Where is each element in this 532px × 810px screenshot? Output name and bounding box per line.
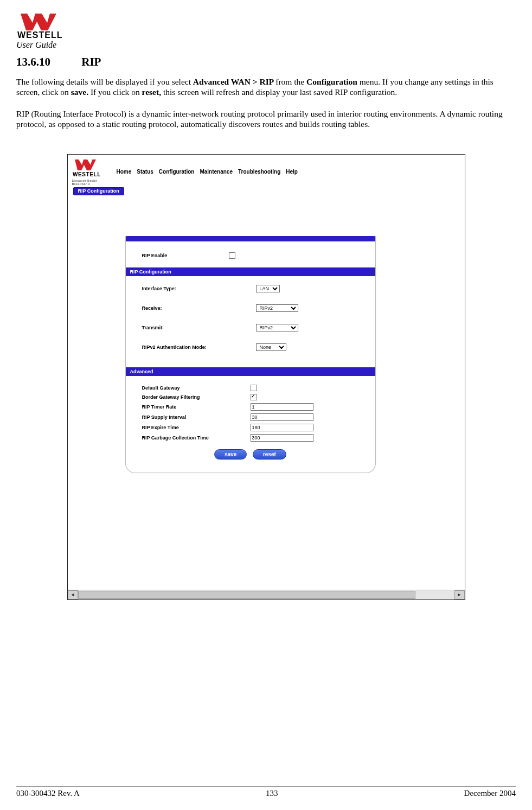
label-supply-interval: RIP Supply Interval — [142, 414, 251, 420]
advanced-header: Advanced — [126, 367, 375, 376]
section-number: 13.6.10 — [16, 55, 79, 69]
rip-enable-label: RIP Enable — [142, 253, 229, 258]
section-title-text: RIP — [81, 55, 101, 68]
footer-left: 030-300432 Rev. A — [16, 789, 80, 798]
label-border-gateway: Border Gateway Filtering — [142, 394, 251, 400]
row-default-gateway: Default Gateway — [142, 385, 359, 391]
rip-enable-row: RIP Enable — [142, 252, 359, 259]
paragraph-2: RIP (Routing Interface Protocol) is a dy… — [16, 109, 516, 130]
page-logo: WESTELL — [16, 12, 516, 39]
p1-t1: The following details will be displayed … — [16, 77, 193, 86]
p1-b2: Configuration — [306, 77, 360, 86]
label-garbage-time: RIP Garbage Collection Time — [142, 435, 251, 441]
row-supply-interval: RIP Supply Interval — [142, 413, 359, 421]
menu-home[interactable]: Home — [117, 169, 132, 175]
select-auth-mode[interactable]: None — [256, 343, 286, 351]
label-timer-rate: RIP Timer Rate — [142, 404, 251, 410]
menu-troubleshooting[interactable]: Troubleshooting — [238, 169, 280, 175]
footer-page-number: 133 — [266, 789, 278, 798]
main-menu: Home Status Configuration Maintenance Tr… — [117, 169, 298, 175]
scroll-thumb[interactable] — [78, 591, 415, 599]
app-logo: WESTELL Discover Better Broadband — [72, 158, 110, 186]
label-default-gateway: Default Gateway — [142, 385, 251, 391]
app-tagline: Discover Better Broadband — [72, 179, 110, 186]
menu-configuration[interactable]: Configuration — [159, 169, 195, 175]
checkbox-default-gateway[interactable] — [251, 385, 257, 391]
row-garbage-time: RIP Garbage Collection Time — [142, 434, 359, 442]
input-garbage-time[interactable] — [251, 434, 313, 442]
embedded-screenshot: WESTELL Discover Better Broadband Home S… — [67, 154, 465, 600]
checkbox-border-gateway[interactable] — [251, 394, 257, 400]
p1-b1: Advanced WAN > RIP — [193, 77, 275, 86]
input-supply-interval[interactable] — [251, 413, 313, 421]
panel-topbar — [126, 236, 375, 241]
row-interface-type: Interface Type: LAN — [142, 285, 359, 292]
svg-text:WESTELL: WESTELL — [73, 171, 101, 177]
subtab-row: RIP Configuration — [68, 185, 465, 195]
row-timer-rate: RIP Timer Rate — [142, 403, 359, 411]
save-button[interactable]: save — [214, 449, 247, 460]
select-transmit[interactable]: RIPv2 — [256, 324, 298, 331]
subtab-rip-configuration[interactable]: RIP Configuration — [73, 187, 124, 195]
rip-config-header: RIP Configuration — [126, 267, 375, 276]
scroll-left-icon[interactable]: ◄ — [68, 590, 78, 599]
row-receive: Receive: RIPv2 — [142, 304, 359, 312]
p1-t5: this screen will refresh and display you… — [161, 87, 397, 97]
p1-t2: from the — [275, 77, 306, 86]
p1-b4: reset, — [142, 87, 161, 97]
horizontal-scrollbar[interactable]: ◄ ► — [68, 590, 465, 599]
row-border-gateway: Border Gateway Filtering — [142, 394, 359, 400]
svg-text:WESTELL: WESTELL — [17, 30, 62, 39]
menu-status[interactable]: Status — [137, 169, 153, 175]
footer-right: December 2004 — [464, 789, 516, 798]
menu-help[interactable]: Help — [286, 169, 298, 175]
page-footer: 030-300432 Rev. A 133 December 2004 — [16, 786, 516, 798]
label-transmit: Transmit: — [142, 325, 256, 330]
scroll-track[interactable] — [78, 590, 454, 599]
select-receive[interactable]: RIPv2 — [256, 304, 298, 312]
scroll-right-icon[interactable]: ► — [454, 590, 465, 599]
reset-button[interactable]: reset — [253, 449, 286, 460]
row-auth-mode: RIPv2 Authentication Mode: None — [142, 343, 359, 351]
rip-enable-checkbox[interactable] — [229, 252, 235, 259]
p1-t4: If you click on — [88, 87, 142, 97]
p1-b3: save. — [71, 87, 88, 97]
label-auth-mode: RIPv2 Authentication Mode: — [142, 345, 256, 350]
user-guide-label: User Guide — [16, 40, 516, 50]
row-transmit: Transmit: RIPv2 — [142, 324, 359, 331]
config-panel: RIP Enable RIP Configuration Interface T… — [125, 236, 376, 473]
input-expire-time[interactable] — [251, 424, 313, 431]
button-row: save reset — [142, 449, 359, 460]
menu-maintenance[interactable]: Maintenance — [200, 169, 233, 175]
select-interface-type[interactable]: LAN — [256, 285, 280, 292]
label-receive: Receive: — [142, 305, 256, 311]
section-heading: 13.6.10 RIP — [16, 55, 516, 69]
row-expire-time: RIP Expire Time — [142, 424, 359, 431]
app-header: WESTELL Discover Better Broadband Home S… — [68, 155, 465, 186]
label-expire-time: RIP Expire Time — [142, 425, 251, 430]
input-timer-rate[interactable] — [251, 403, 313, 411]
label-interface-type: Interface Type: — [142, 286, 256, 291]
paragraph-1: The following details will be displayed … — [16, 76, 516, 98]
